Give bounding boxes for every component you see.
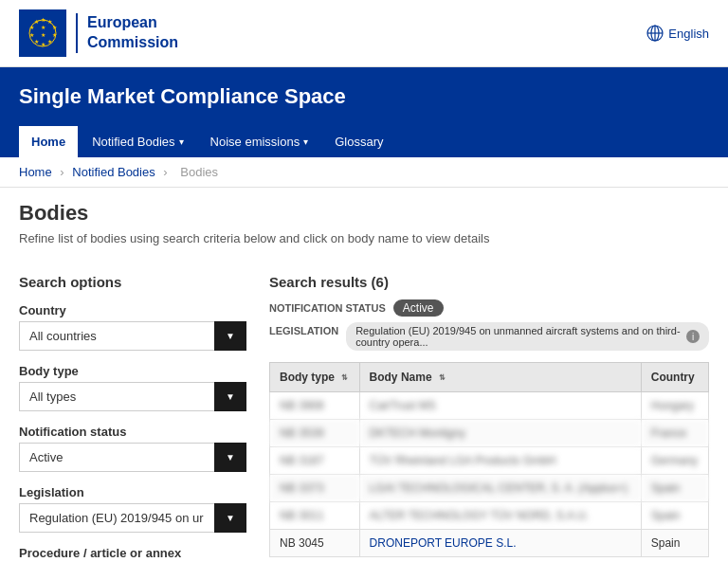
- legislation-filter-row: LEGISLATION Regulation (EU) 2019/945 on …: [269, 322, 709, 351]
- main-nav: Home Notified Bodies ▾ Noise emissions ▾…: [0, 126, 728, 157]
- breadcrumb-separator: ›: [163, 165, 167, 179]
- breadcrumb-separator: ›: [60, 165, 64, 179]
- notification-status-select-wrapper: Active: [19, 443, 246, 472]
- cell-body-name: CairTrust MS: [359, 392, 641, 420]
- cell-body-type: NB 3539: [270, 420, 360, 447]
- breadcrumb-current: Bodies: [180, 165, 218, 179]
- page-description: Refine list of bodies using search crite…: [19, 231, 709, 245]
- legislation-select[interactable]: Regulation (EU) 2019/945 on ur: [19, 503, 246, 533]
- org-name: European Commission: [76, 13, 178, 53]
- cell-body-type: NB 3373: [270, 475, 360, 502]
- body-name-link[interactable]: DRONEPORT EUROPE S.L.: [370, 536, 517, 550]
- cell-country: Hungary: [641, 392, 708, 420]
- svg-text:★: ★: [29, 32, 34, 38]
- col-country: Country: [641, 363, 708, 392]
- site-banner: Single Market Compliance Space: [0, 67, 728, 126]
- legislation-filter-label: LEGISLATION: [269, 322, 338, 336]
- cell-body-name: LGAI TECHNOLOGICAL CENTER, S. A. (Applus…: [359, 475, 641, 502]
- body-type-select-wrapper: All types: [19, 382, 246, 411]
- table-row: NB 3373LGAI TECHNOLOGICAL CENTER, S. A. …: [270, 475, 709, 502]
- cell-body-type: NB 3908: [270, 392, 360, 420]
- site-title: Single Market Compliance Space: [19, 84, 709, 109]
- cell-body-type: NB 3011: [270, 502, 360, 530]
- country-select[interactable]: All countries: [19, 321, 246, 351]
- svg-text:★: ★: [34, 19, 39, 25]
- sort-icon: ⇅: [439, 374, 446, 382]
- cell-body-type: NB 3187: [270, 447, 360, 475]
- svg-text:★: ★: [29, 25, 34, 30]
- chevron-down-icon: ▾: [303, 136, 308, 147]
- search-sidebar: Search options Country All countries Bod…: [19, 274, 246, 562]
- nav-item-notified-bodies[interactable]: Notified Bodies ▾: [80, 126, 195, 157]
- chevron-down-icon: ▾: [179, 136, 184, 147]
- table-row: NB 3539DKTECH MontignyFrance: [270, 420, 709, 447]
- cell-country: Spain: [641, 530, 708, 557]
- results-title: Search results (6): [269, 274, 709, 290]
- notification-status-badge: Active: [393, 299, 444, 317]
- breadcrumb-home[interactable]: Home: [19, 165, 52, 179]
- svg-text:★: ★: [47, 39, 52, 45]
- body-type-label: Body type: [19, 364, 246, 378]
- cell-country: France: [641, 420, 708, 447]
- cell-country: Spain: [641, 475, 708, 502]
- svg-text:★: ★: [41, 17, 46, 23]
- language-label: English: [668, 27, 709, 41]
- notification-status-filter-label: NOTIFICATION STATUS: [269, 299, 386, 314]
- body-type-select[interactable]: All types: [19, 382, 246, 411]
- legislation-badge: Regulation (EU) 2019/945 on unmanned air…: [346, 322, 709, 351]
- notification-status-select[interactable]: Active: [19, 443, 246, 472]
- svg-text:★: ★: [52, 25, 57, 30]
- cell-body-type: NB 3045: [270, 530, 360, 557]
- notification-status-filter-row: NOTIFICATION STATUS Active: [269, 299, 709, 317]
- svg-text:★: ★: [41, 42, 46, 47]
- eu-logo-icon: ★ ★ ★ ★ ★ ★ ★ ★ ★ ★ ★ ★: [19, 9, 66, 57]
- legislation-badge-text: Regulation (EU) 2019/945 on unmanned air…: [355, 325, 682, 348]
- search-options-title: Search options: [19, 274, 246, 290]
- search-results: Search results (6) NOTIFICATION STATUS A…: [269, 274, 709, 562]
- site-header: ★ ★ ★ ★ ★ ★ ★ ★ ★ ★ ★ ★ European Commiss…: [0, 0, 728, 67]
- svg-text:★: ★: [52, 32, 57, 38]
- info-icon[interactable]: i: [686, 330, 700, 343]
- page-heading: Bodies Refine list of bodies using searc…: [0, 201, 728, 245]
- language-selector[interactable]: English: [646, 25, 709, 42]
- procedure-label: Procedure / article or annex: [19, 546, 246, 560]
- nav-item-noise-emissions[interactable]: Noise emissions ▾: [198, 126, 321, 157]
- cell-body-name[interactable]: DRONEPORT EUROPE S.L.: [359, 530, 641, 557]
- globe-icon: [646, 25, 664, 42]
- table-row: NB 3908CairTrust MSHungary: [270, 392, 709, 420]
- nav-item-glossary[interactable]: Glossary: [322, 126, 395, 157]
- country-field-group: Country All countries: [19, 303, 246, 351]
- logo-group: ★ ★ ★ ★ ★ ★ ★ ★ ★ ★ ★ ★ European Commiss…: [19, 9, 178, 57]
- table-row: NB 3045DRONEPORT EUROPE S.L.Spain: [270, 530, 709, 557]
- col-body-name[interactable]: Body Name ⇅: [359, 363, 641, 392]
- notification-status-label: Notification status: [19, 425, 246, 439]
- country-select-wrapper: All countries: [19, 321, 246, 351]
- svg-text:★: ★: [34, 39, 39, 45]
- breadcrumb-notified-bodies[interactable]: Notified Bodies: [72, 165, 155, 179]
- body-type-field-group: Body type All types: [19, 364, 246, 411]
- procedure-field-group: Procedure / article or annex All procedu…: [19, 546, 246, 562]
- svg-text:★: ★: [41, 32, 46, 38]
- col-body-type[interactable]: Body type ⇅: [270, 363, 360, 392]
- page-title: Bodies: [19, 201, 709, 226]
- legislation-field-group: Legislation Regulation (EU) 2019/945 on …: [19, 485, 246, 533]
- sort-icon: ⇅: [341, 374, 348, 382]
- cell-country: Spain: [641, 502, 708, 530]
- cell-body-name: ALTER TECHNOLOGY TÜV NORD, S.A.U.: [359, 502, 641, 530]
- legislation-select-wrapper: Regulation (EU) 2019/945 on ur: [19, 503, 246, 533]
- cell-body-name: DKTECH Montigny: [359, 420, 641, 447]
- notification-status-field-group: Notification status Active: [19, 425, 246, 472]
- table-row: NB 3187TÜV Rheinland LGA Products GmbHGe…: [270, 447, 709, 475]
- country-label: Country: [19, 303, 246, 317]
- cell-body-name: TÜV Rheinland LGA Products GmbH: [359, 447, 641, 475]
- table-row: NB 3011ALTER TECHNOLOGY TÜV NORD, S.A.U.…: [270, 502, 709, 530]
- breadcrumb: Home › Notified Bodies › Bodies: [0, 157, 728, 188]
- main-content: Search options Country All countries Bod…: [0, 255, 728, 562]
- nav-item-home[interactable]: Home: [19, 126, 78, 157]
- legislation-label: Legislation: [19, 485, 246, 499]
- results-table: Body type ⇅ Body Name ⇅ Country NB 3908C…: [269, 362, 709, 557]
- svg-text:★: ★: [41, 25, 46, 30]
- cell-country: Germany: [641, 447, 708, 475]
